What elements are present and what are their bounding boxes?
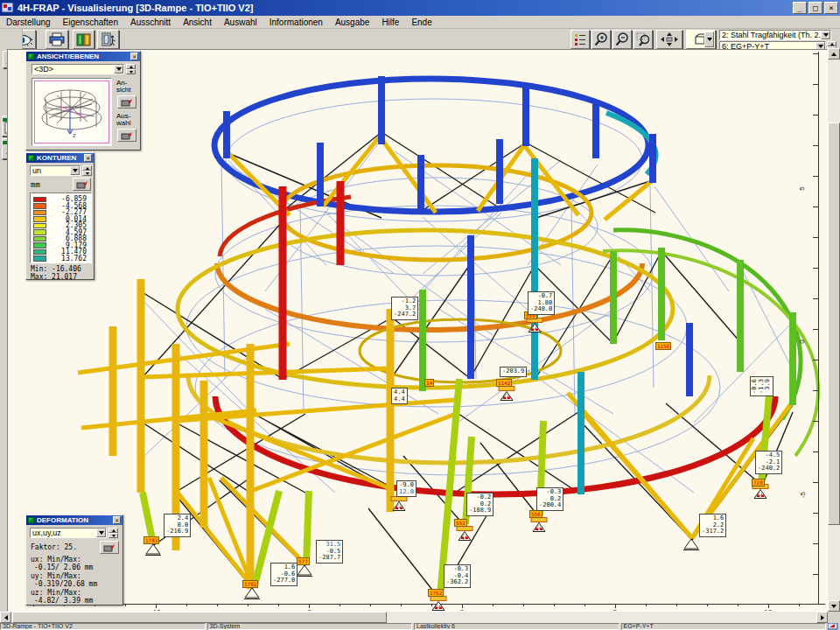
support-symbol bbox=[297, 564, 312, 578]
scale-swatch bbox=[33, 236, 46, 242]
x-ruler-tick bbox=[370, 604, 371, 606]
y-ruler-label: -5 bbox=[799, 492, 807, 498]
annotation-box: 2.40.0-216.9 bbox=[164, 514, 191, 537]
catalog-button[interactable] bbox=[73, 30, 94, 49]
horizontal-scrollbar[interactable] bbox=[0, 612, 828, 623]
node-label: 14 bbox=[424, 379, 434, 387]
node-label: 1782 bbox=[242, 580, 258, 588]
maximize-button[interactable]: □ bbox=[808, 2, 822, 14]
annotation-line: -188.9 bbox=[469, 508, 491, 514]
close-button[interactable]: × bbox=[824, 2, 838, 14]
thumbnail-structure: z bbox=[35, 81, 110, 143]
annotation-line: -240.2 bbox=[758, 466, 780, 472]
konturen-spinner[interactable] bbox=[82, 165, 92, 176]
panel-ansicht-close[interactable]: × bbox=[130, 52, 138, 60]
vertical-scroll-thumb[interactable] bbox=[828, 122, 840, 525]
zoom-in-button[interactable] bbox=[592, 30, 611, 49]
panel-konturen[interactable]: KONTUREN × un mm -6.859-4.568-2.2770.014… bbox=[25, 152, 94, 280]
panel-ansicht-title: ANSICHT/EBENEN bbox=[37, 52, 99, 60]
panel-deformation-titlebar[interactable]: DEFORMATION × bbox=[26, 515, 122, 525]
zoom-window-button[interactable] bbox=[634, 30, 653, 49]
menu-item-informationen[interactable]: Informationen bbox=[263, 17, 329, 28]
x-ruler-tick bbox=[676, 604, 677, 606]
x-ruler-tick bbox=[584, 604, 585, 606]
deformation-print-button[interactable] bbox=[100, 541, 119, 554]
konturen-combobox[interactable]: un bbox=[30, 165, 80, 176]
deformation-combobox-arrow[interactable] bbox=[96, 528, 106, 537]
title-bar: 4H-FRAP - Visualisierung [3D-Rampe - TIO… bbox=[0, 0, 840, 16]
menu-item-darstellung[interactable]: Darstellung bbox=[0, 17, 57, 28]
ansicht-combobox[interactable]: <3D> bbox=[32, 64, 124, 74]
konturen-print-button[interactable] bbox=[73, 178, 91, 191]
view-cube-dropdown[interactable] bbox=[704, 32, 714, 47]
ansicht-spinner[interactable] bbox=[126, 64, 136, 74]
deformation-factor: Faktor: 25. bbox=[31, 543, 77, 551]
scale-swatch bbox=[33, 242, 46, 248]
panel-deformation[interactable]: DEFORMATION × ux,uy,uz Faktor: 25. ux: M… bbox=[25, 514, 123, 606]
annotation-line: 3.9 bbox=[765, 379, 772, 394]
y-ruler-label: 0 bbox=[798, 340, 806, 343]
apply-view-icon bbox=[121, 98, 133, 107]
support-symbol bbox=[244, 587, 260, 600]
app-icon bbox=[2, 3, 14, 13]
y-ruler-tick bbox=[813, 482, 818, 483]
menu-item-ausschnitt[interactable]: Ausschnitt bbox=[124, 17, 177, 28]
konturen-combobox-arrow[interactable] bbox=[70, 166, 80, 175]
menu-bar: DarstellungEigenschaftenAusschnittAnsich… bbox=[0, 16, 840, 29]
support-symbol bbox=[456, 526, 473, 542]
x-ruler-tick bbox=[125, 604, 126, 606]
scroll-up-button[interactable] bbox=[828, 48, 840, 60]
status-bar: 3D-Rampe - TIO+TIIO V23D-SystemLastkolle… bbox=[0, 623, 840, 630]
ansicht-view-button[interactable] bbox=[117, 95, 136, 108]
annotation-line: -216.9 bbox=[166, 528, 188, 536]
result-combobox-value: 2: Stahl Tragfähigkeit (Th. 2. O bbox=[720, 31, 821, 39]
menu-item-hilfe[interactable]: Hilfe bbox=[375, 17, 405, 28]
scroll-left-button[interactable] bbox=[0, 612, 11, 623]
result-combobox-arrow[interactable] bbox=[821, 31, 830, 39]
menu-item-ansicht[interactable]: Ansicht bbox=[177, 17, 218, 28]
zoom-out-icon bbox=[615, 32, 629, 46]
y-ruler-label: 5 bbox=[798, 186, 806, 190]
support-symbol bbox=[683, 538, 699, 551]
view-cube-button[interactable] bbox=[686, 30, 716, 49]
deformation-combobox[interactable]: ux,uy,uz bbox=[30, 528, 107, 538]
y-ruler-tick bbox=[813, 390, 818, 391]
support-symbol bbox=[530, 517, 548, 534]
vertical-scrollbar[interactable] bbox=[828, 48, 840, 612]
konturen-max: Max: 21.017 bbox=[31, 273, 77, 281]
y-ruler-tick bbox=[813, 268, 818, 269]
menu-item-ende[interactable]: Ende bbox=[405, 17, 438, 28]
support-symbol bbox=[390, 496, 408, 513]
annotation-line: -362.2 bbox=[446, 579, 468, 586]
color-scale: -6.859-4.568-2.2770.0142.3054.5976.8889.… bbox=[30, 192, 92, 263]
x-ruler-tick bbox=[340, 604, 340, 606]
scroll-right-button[interactable] bbox=[816, 612, 828, 623]
ansicht-select-button[interactable] bbox=[117, 129, 136, 142]
minimize-button[interactable]: _ bbox=[793, 2, 807, 14]
scroll-down-button[interactable] bbox=[828, 600, 840, 612]
pan-button[interactable] bbox=[656, 30, 682, 49]
x-ruler-tick bbox=[248, 604, 248, 606]
horizontal-scroll-thumb[interactable] bbox=[12, 612, 387, 623]
menu-item-auswahl[interactable]: Auswahl bbox=[218, 17, 263, 28]
view-thumbnail[interactable]: z bbox=[32, 78, 112, 146]
list-options-icon bbox=[574, 33, 586, 46]
print-button[interactable] bbox=[46, 30, 68, 49]
panel-ansicht[interactable]: ANSICHT/EBENEN × <3D> z An- sicht bbox=[25, 51, 141, 150]
panel-ansicht-titlebar[interactable]: ANSICHT/EBENEN × bbox=[26, 52, 140, 61]
result-combobox[interactable]: 2: Stahl Tragfähigkeit (Th. 2. O bbox=[719, 30, 831, 40]
deformation-spinner[interactable] bbox=[108, 528, 118, 538]
panel-icon bbox=[28, 155, 34, 161]
ansicht-combobox-arrow[interactable] bbox=[114, 65, 123, 74]
panel-deformation-close[interactable]: × bbox=[113, 516, 121, 524]
display-list-button[interactable] bbox=[570, 30, 590, 49]
zoom-in-icon bbox=[594, 32, 608, 46]
fixed-support-icon bbox=[526, 318, 543, 334]
zoom-out-button[interactable] bbox=[612, 30, 632, 49]
menu-item-ausgabe[interactable]: Ausgabe bbox=[329, 17, 375, 28]
menu-item-eigenschaften[interactable]: Eigenschaften bbox=[57, 17, 124, 28]
y-ruler-tick bbox=[813, 237, 818, 238]
panel-konturen-titlebar[interactable]: KONTUREN × bbox=[26, 153, 94, 163]
exit-button[interactable] bbox=[97, 30, 119, 49]
panel-konturen-close[interactable]: × bbox=[84, 154, 92, 162]
